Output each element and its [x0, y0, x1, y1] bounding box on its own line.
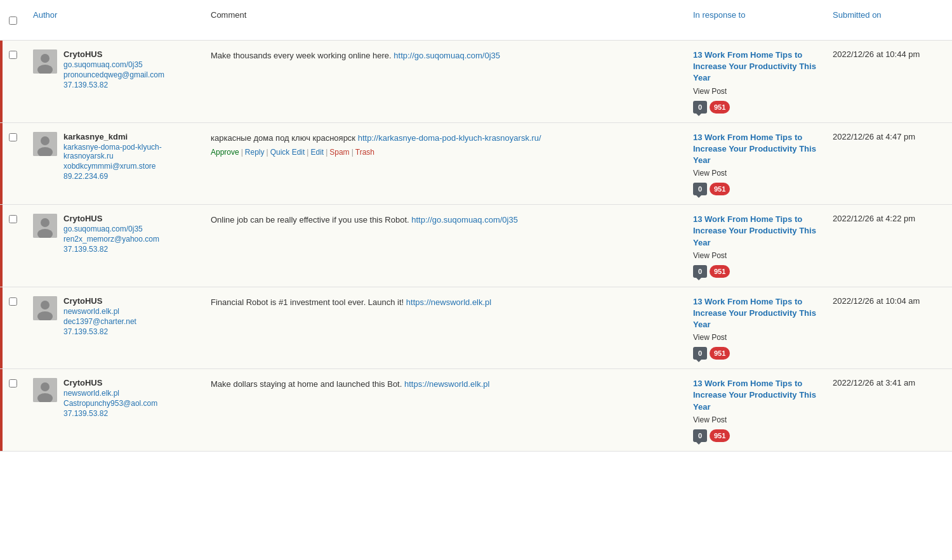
row-checkbox[interactable] — [9, 297, 17, 306]
bubble-wrap: 0951 — [693, 265, 817, 278]
author-name: CrytoHUS — [63, 214, 159, 223]
author-cell: CrytoHUSnewsworld.elk.plCastropunchy953@… — [25, 369, 203, 451]
post-title-link[interactable]: 13 Work From Home Tips to Increase Your … — [693, 49, 817, 84]
row-checkbox[interactable] — [9, 215, 17, 223]
author-name: CrytoHUS — [63, 378, 157, 387]
comment-link[interactable]: http://go.suqomuaq.com/0j35 — [393, 51, 500, 60]
comment-text: каркасные дома под ключ красноярск http:… — [211, 132, 678, 145]
action-separator: | — [241, 148, 243, 157]
author-email: xobdkcymmmi@xrum.store — [63, 162, 195, 171]
comment-link[interactable]: http://go.suqomuaq.com/0j35 — [411, 215, 518, 225]
action-reply[interactable]: Reply — [245, 148, 265, 157]
author-ip: 37.139.53.82 — [63, 245, 159, 254]
view-post-link[interactable]: View Post — [693, 87, 817, 96]
row-actions: Approve | Reply | Quick Edit | Edit | Sp… — [211, 148, 678, 157]
table-row: CrytoHUSnewsworld.elk.plCastropunchy953@… — [0, 369, 952, 452]
in-response-cell: 13 Work From Home Tips to Increase Your … — [685, 287, 825, 369]
author-cell: CrytoHUSgo.suqomuaq.com/0j35pronouncedqw… — [25, 41, 203, 122]
submitted-on-cell: 2022/12/26 at 4:22 pm — [825, 205, 952, 287]
action-edit[interactable]: Edit — [310, 148, 324, 157]
submitted-on-cell: 2022/12/26 at 10:44 pm — [825, 41, 952, 122]
submitted-on-cell: 2022/12/26 at 10:04 am — [825, 287, 952, 369]
author-ip: 37.139.53.82 — [63, 409, 157, 418]
comment-cell: каркасные дома под ключ красноярск http:… — [203, 123, 685, 205]
author-cell: CrytoHUSnewsworld.elk.pldec1397@charter.… — [25, 287, 203, 369]
view-post-link[interactable]: View Post — [693, 169, 817, 178]
post-title-link[interactable]: 13 Work From Home Tips to Increase Your … — [693, 214, 817, 249]
table-header: Author Comment In response to Submitted … — [0, 0, 952, 41]
author-email: pronouncedqweg@gmail.com — [63, 70, 164, 79]
bubble-wrap: 0951 — [693, 347, 817, 360]
in-response-cell: 13 Work From Home Tips to Increase Your … — [685, 123, 825, 205]
pending-count-bubble: 951 — [710, 429, 730, 442]
row-checkbox[interactable] — [9, 379, 17, 387]
row-checkbox-cell — [0, 205, 25, 287]
avatar — [33, 214, 57, 238]
avatar — [33, 49, 57, 74]
author-website[interactable]: go.suqomuaq.com/0j35 — [63, 225, 159, 233]
comment-count-bubble: 0 — [693, 265, 707, 278]
author-email: ren2x_memorz@yahoo.com — [63, 235, 159, 244]
action-trash[interactable]: Trash — [355, 148, 374, 157]
pending-count-bubble: 951 — [710, 347, 730, 360]
pending-count-bubble: 951 — [710, 183, 730, 195]
submitted-on-cell: 2022/12/26 at 4:47 pm — [825, 123, 952, 205]
comment-text: Make thousands every week working online… — [211, 49, 678, 62]
comment-column-header: Comment — [203, 6, 685, 34]
view-post-link[interactable]: View Post — [693, 415, 817, 424]
action-separator: | — [352, 148, 354, 157]
svg-point-10 — [41, 301, 50, 309]
action-approve[interactable]: Approve — [211, 148, 239, 157]
select-all-checkbox[interactable] — [9, 16, 17, 25]
post-title-link[interactable]: 13 Work From Home Tips to Increase Your … — [693, 378, 817, 413]
row-checkbox[interactable] — [9, 133, 17, 141]
table-row: CrytoHUSgo.suqomuaq.com/0j35pronouncedqw… — [0, 41, 952, 123]
comment-cell: Make dollars staying at home and launche… — [203, 369, 685, 451]
author-website[interactable]: karkasnye-doma-pod-klyuch-krasnoyarsk.ru — [63, 143, 195, 160]
comment-link[interactable]: http://karkasnye-doma-pod-klyuch-krasnoy… — [358, 133, 541, 143]
pending-count-bubble: 951 — [710, 265, 730, 278]
bubble-wrap: 0951 — [693, 429, 817, 442]
view-post-link[interactable]: View Post — [693, 251, 817, 260]
svg-point-13 — [41, 382, 50, 391]
svg-point-4 — [41, 136, 50, 145]
comment-cell: Financial Robot is #1 investment tool ev… — [203, 287, 685, 369]
author-ip: 37.139.53.82 — [63, 327, 136, 336]
row-checkbox-cell — [0, 369, 25, 451]
author-website[interactable]: go.suqomuaq.com/0j35 — [63, 60, 164, 69]
action-quick-edit[interactable]: Quick Edit — [270, 148, 305, 157]
comment-link[interactable]: https://newsworld.elk.pl — [406, 297, 491, 307]
avatar — [33, 132, 57, 156]
in-response-column-header[interactable]: In response to — [685, 6, 825, 34]
post-title-link[interactable]: 13 Work From Home Tips to Increase Your … — [693, 296, 817, 331]
row-checkbox[interactable] — [9, 51, 17, 59]
in-response-cell: 13 Work From Home Tips to Increase Your … — [685, 205, 825, 287]
action-spam[interactable]: Spam — [329, 148, 349, 157]
bubble-wrap: 0951 — [693, 101, 817, 114]
author-email: Castropunchy953@aol.com — [63, 399, 157, 408]
submitted-column-header[interactable]: Submitted on — [825, 6, 952, 34]
row-checkbox-cell — [0, 287, 25, 369]
submitted-on-cell: 2022/12/26 at 3:41 am — [825, 369, 952, 451]
svg-point-7 — [41, 218, 50, 227]
author-column-header[interactable]: Author — [25, 6, 203, 34]
comment-cell: Make thousands every week working online… — [203, 41, 685, 122]
author-website[interactable]: newsworld.elk.pl — [63, 389, 157, 398]
action-separator: | — [326, 148, 327, 157]
view-post-link[interactable]: View Post — [693, 333, 817, 342]
author-ip: 37.139.53.82 — [63, 81, 164, 89]
in-response-cell: 13 Work From Home Tips to Increase Your … — [685, 41, 825, 122]
action-separator: | — [307, 148, 308, 157]
table-row: CrytoHUSnewsworld.elk.pldec1397@charter.… — [0, 287, 952, 370]
avatar — [33, 378, 57, 402]
comment-count-bubble: 0 — [693, 183, 707, 195]
author-cell: karkasnye_kdmikarkasnye-doma-pod-klyuch-… — [25, 123, 203, 205]
author-name: CrytoHUS — [63, 296, 136, 306]
post-title-link[interactable]: 13 Work From Home Tips to Increase Your … — [693, 132, 817, 167]
author-website[interactable]: newsworld.elk.pl — [63, 307, 136, 316]
comment-count-bubble: 0 — [693, 429, 707, 442]
comment-text: Online job can be really effective if yo… — [211, 214, 678, 226]
comment-text: Make dollars staying at home and launche… — [211, 378, 678, 391]
comment-link[interactable]: https://newsworld.elk.pl — [404, 379, 489, 389]
author-ip: 89.22.234.69 — [63, 172, 195, 181]
